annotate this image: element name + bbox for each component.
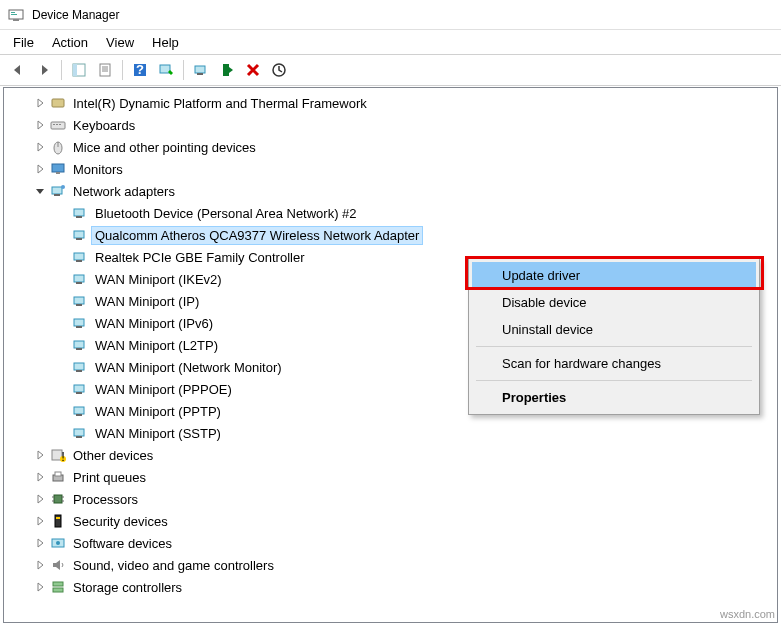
- svg-rect-48: [76, 414, 82, 416]
- tree-node-label: WAN Miniport (PPPOE): [92, 381, 235, 398]
- svg-rect-34: [76, 260, 82, 262]
- netchild-icon: [72, 425, 88, 441]
- tree-node-label: WAN Miniport (IKEv2): [92, 271, 225, 288]
- tree-node[interactable]: Sound, video and game controllers: [4, 554, 777, 576]
- tree-node[interactable]: Keyboards: [4, 114, 777, 136]
- expand-icon[interactable]: [32, 513, 48, 529]
- svg-rect-19: [53, 124, 55, 125]
- tree-node[interactable]: Security devices: [4, 510, 777, 532]
- context-separator: [476, 380, 752, 381]
- tree-node[interactable]: Network adapters: [4, 180, 777, 202]
- context-disable-device[interactable]: Disable device: [472, 289, 756, 316]
- svg-rect-20: [56, 124, 58, 125]
- tree-node[interactable]: Bluetooth Device (Personal Area Network)…: [4, 202, 777, 224]
- svg-rect-14: [197, 73, 203, 75]
- expand-icon[interactable]: [32, 557, 48, 573]
- tree-node-label: Other devices: [70, 447, 156, 464]
- svg-rect-30: [76, 216, 82, 218]
- tree-node[interactable]: !Other devices: [4, 444, 777, 466]
- expand-icon[interactable]: [32, 579, 48, 595]
- context-update-driver[interactable]: Update driver: [472, 262, 756, 289]
- svg-rect-29: [74, 209, 84, 216]
- tree-node-label: Network adapters: [70, 183, 178, 200]
- enable-device-button[interactable]: [215, 58, 239, 82]
- tree-node-label: WAN Miniport (Network Monitor): [92, 359, 285, 376]
- show-hide-tree-button[interactable]: [67, 58, 91, 82]
- svg-rect-39: [74, 319, 84, 326]
- svg-rect-37: [74, 297, 84, 304]
- back-button[interactable]: [6, 58, 30, 82]
- software-icon: [50, 535, 66, 551]
- toolbar: ?: [0, 54, 781, 86]
- svg-rect-66: [53, 588, 63, 592]
- svg-rect-31: [74, 231, 84, 238]
- expand-icon[interactable]: [32, 535, 48, 551]
- context-properties[interactable]: Properties: [472, 384, 756, 411]
- tree-node-label: Processors: [70, 491, 141, 508]
- netchild-icon: [72, 293, 88, 309]
- help-button[interactable]: ?: [128, 58, 152, 82]
- expand-icon[interactable]: [32, 139, 48, 155]
- context-uninstall-device[interactable]: Uninstall device: [472, 316, 756, 343]
- expand-icon: [54, 359, 70, 375]
- tree-node[interactable]: Qualcomm Atheros QCA9377 Wireless Networ…: [4, 224, 777, 246]
- monitor-icon: [50, 161, 66, 177]
- tree-node-label: WAN Miniport (IP): [92, 293, 202, 310]
- menu-help[interactable]: Help: [143, 33, 188, 52]
- generic-icon: [50, 95, 66, 111]
- tree-node[interactable]: Storage controllers: [4, 576, 777, 598]
- svg-rect-17: [52, 99, 64, 107]
- expand-icon[interactable]: [32, 95, 48, 111]
- menu-view[interactable]: View: [97, 33, 143, 52]
- svg-rect-33: [74, 253, 84, 260]
- context-scan-hardware[interactable]: Scan for hardware changes: [472, 350, 756, 377]
- tree-node-label: WAN Miniport (PPTP): [92, 403, 224, 420]
- tree-node-label: Bluetooth Device (Personal Area Network)…: [92, 205, 360, 222]
- svg-rect-38: [76, 304, 82, 306]
- svg-rect-26: [52, 187, 62, 194]
- title-bar: Device Manager: [0, 0, 781, 30]
- tree-node[interactable]: Monitors: [4, 158, 777, 180]
- svg-text:?: ?: [136, 62, 144, 77]
- svg-text:!: !: [61, 449, 65, 463]
- menu-file[interactable]: File: [4, 33, 43, 52]
- tree-node[interactable]: Print queues: [4, 466, 777, 488]
- update-driver-button[interactable]: [189, 58, 213, 82]
- expand-icon[interactable]: [32, 117, 48, 133]
- netchild-icon: [72, 381, 88, 397]
- tree-node-label: Security devices: [70, 513, 171, 530]
- expand-icon: [54, 337, 70, 353]
- collapse-icon[interactable]: [32, 183, 48, 199]
- expand-icon[interactable]: [32, 469, 48, 485]
- netchild-icon: [72, 337, 88, 353]
- svg-rect-36: [76, 282, 82, 284]
- tree-node[interactable]: WAN Miniport (SSTP): [4, 422, 777, 444]
- properties-button[interactable]: [93, 58, 117, 82]
- svg-rect-55: [55, 472, 61, 476]
- scan-hardware-button[interactable]: [154, 58, 178, 82]
- tree-node[interactable]: Intel(R) Dynamic Platform and Thermal Fr…: [4, 92, 777, 114]
- device-manager-icon: [8, 7, 24, 23]
- svg-rect-2: [11, 12, 15, 13]
- netchild-icon: [72, 271, 88, 287]
- expand-icon[interactable]: [32, 447, 48, 463]
- expand-icon: [54, 249, 70, 265]
- forward-button[interactable]: [32, 58, 56, 82]
- expand-icon[interactable]: [32, 161, 48, 177]
- disable-device-button[interactable]: [267, 58, 291, 82]
- tree-node[interactable]: Processors: [4, 488, 777, 510]
- tree-node[interactable]: Software devices: [4, 532, 777, 554]
- svg-rect-1: [13, 19, 19, 21]
- toolbar-separator: [183, 60, 184, 80]
- svg-rect-32: [76, 238, 82, 240]
- menu-action[interactable]: Action: [43, 33, 97, 52]
- svg-rect-25: [56, 172, 60, 174]
- expand-icon: [54, 381, 70, 397]
- tree-node[interactable]: Mice and other pointing devices: [4, 136, 777, 158]
- expand-icon: [54, 205, 70, 221]
- expand-icon[interactable]: [32, 491, 48, 507]
- toolbar-separator: [122, 60, 123, 80]
- uninstall-button[interactable]: [241, 58, 265, 82]
- expand-icon: [54, 425, 70, 441]
- mouse-icon: [50, 139, 66, 155]
